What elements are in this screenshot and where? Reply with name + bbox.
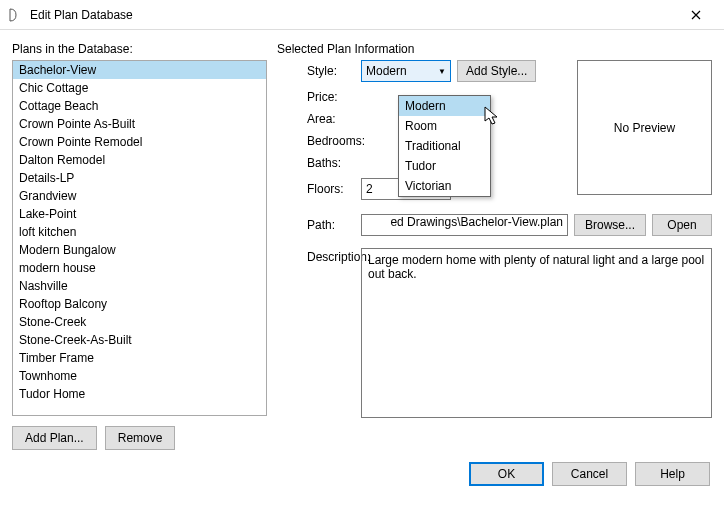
titlebar: Edit Plan Database: [0, 0, 724, 30]
close-button[interactable]: [676, 1, 716, 29]
preview-panel: No Preview: [577, 60, 712, 195]
plan-list-item[interactable]: Cottage Beach: [13, 97, 266, 115]
plan-list-item[interactable]: Townhome: [13, 367, 266, 385]
style-option[interactable]: Modern: [399, 96, 490, 116]
cancel-button[interactable]: Cancel: [552, 462, 627, 486]
app-icon: [8, 7, 24, 23]
ok-button[interactable]: OK: [469, 462, 544, 486]
selected-info-label: Selected Plan Information: [277, 42, 712, 56]
plan-list-item[interactable]: Stone-Creek-As-Built: [13, 331, 266, 349]
style-option[interactable]: Victorian: [399, 176, 490, 196]
open-button[interactable]: Open: [652, 214, 712, 236]
preview-text: No Preview: [614, 121, 675, 135]
area-label: Area:: [277, 112, 357, 126]
plan-list-item[interactable]: Nashville: [13, 277, 266, 295]
floors-label: Floors:: [277, 182, 357, 196]
plan-list-item[interactable]: Bachelor-View: [13, 61, 266, 79]
plan-list-item[interactable]: Grandview: [13, 187, 266, 205]
window-title: Edit Plan Database: [30, 8, 676, 22]
remove-plan-button[interactable]: Remove: [105, 426, 176, 450]
plan-list-item[interactable]: Stone-Creek: [13, 313, 266, 331]
plan-list-item[interactable]: loft kitchen: [13, 223, 266, 241]
plan-list-item[interactable]: Chic Cottage: [13, 79, 266, 97]
style-option[interactable]: Traditional: [399, 136, 490, 156]
baths-label: Baths:: [277, 156, 357, 170]
plan-list-item[interactable]: Details-LP: [13, 169, 266, 187]
style-option[interactable]: Tudor: [399, 156, 490, 176]
add-style-button[interactable]: Add Style...: [457, 60, 536, 82]
bedrooms-label: Bedrooms:: [277, 134, 357, 148]
description-textarea[interactable]: Large modern home with plenty of natural…: [361, 248, 712, 418]
browse-button[interactable]: Browse...: [574, 214, 646, 236]
price-label: Price:: [277, 90, 357, 104]
plan-list-item[interactable]: Dalton Remodel: [13, 151, 266, 169]
path-label: Path:: [277, 218, 357, 232]
style-label: Style:: [277, 64, 357, 78]
help-button[interactable]: Help: [635, 462, 710, 486]
style-dropdown-list[interactable]: ModernRoomTraditionalTudorVictorian: [398, 95, 491, 197]
style-combo[interactable]: Modern ▼: [361, 60, 451, 82]
style-combo-value: Modern: [366, 64, 407, 78]
plan-list-item[interactable]: Rooftop Balcony: [13, 295, 266, 313]
plan-list-item[interactable]: Lake-Point: [13, 205, 266, 223]
plans-label: Plans in the Database:: [12, 42, 267, 56]
chevron-down-icon: ▼: [438, 67, 446, 76]
plan-list-item[interactable]: Crown Pointe As-Built: [13, 115, 266, 133]
plans-listbox[interactable]: Bachelor-ViewChic CottageCottage BeachCr…: [12, 60, 267, 416]
path-input[interactable]: ed Drawings\Bachelor-View.plan: [361, 214, 568, 236]
plan-list-item[interactable]: Timber Frame: [13, 349, 266, 367]
plan-list-item[interactable]: Crown Pointe Remodel: [13, 133, 266, 151]
add-plan-button[interactable]: Add Plan...: [12, 426, 97, 450]
plan-list-item[interactable]: Tudor Home: [13, 385, 266, 403]
description-label: Description:: [277, 248, 357, 450]
plan-list-item[interactable]: Modern Bungalow: [13, 241, 266, 259]
plan-list-item[interactable]: modern house: [13, 259, 266, 277]
style-option[interactable]: Room: [399, 116, 490, 136]
